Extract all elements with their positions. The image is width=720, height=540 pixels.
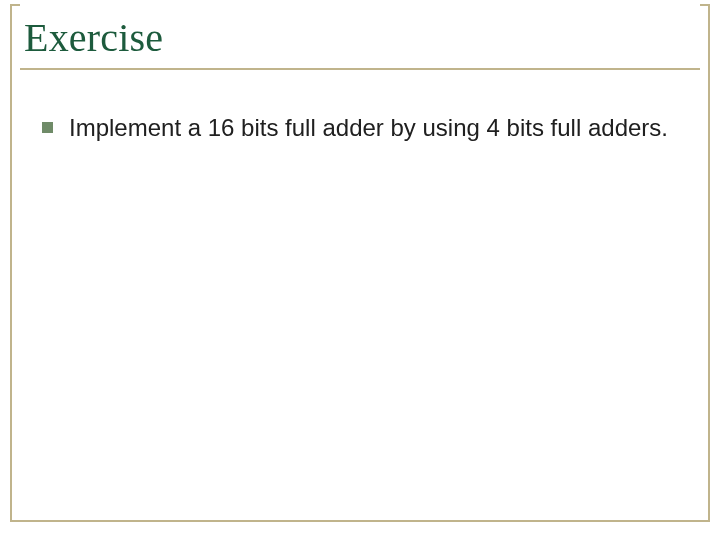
list-item: Implement a 16 bits full adder by using …	[42, 112, 678, 143]
title-underline	[20, 68, 700, 70]
slide-border	[10, 4, 710, 522]
slide-title: Exercise	[24, 14, 163, 61]
title-area: Exercise	[0, 0, 720, 72]
slide: Exercise Implement a 16 bits full adder …	[0, 0, 720, 540]
bullet-text: Implement a 16 bits full adder by using …	[69, 112, 678, 143]
slide-body: Implement a 16 bits full adder by using …	[42, 112, 678, 143]
square-bullet-icon	[42, 122, 53, 133]
